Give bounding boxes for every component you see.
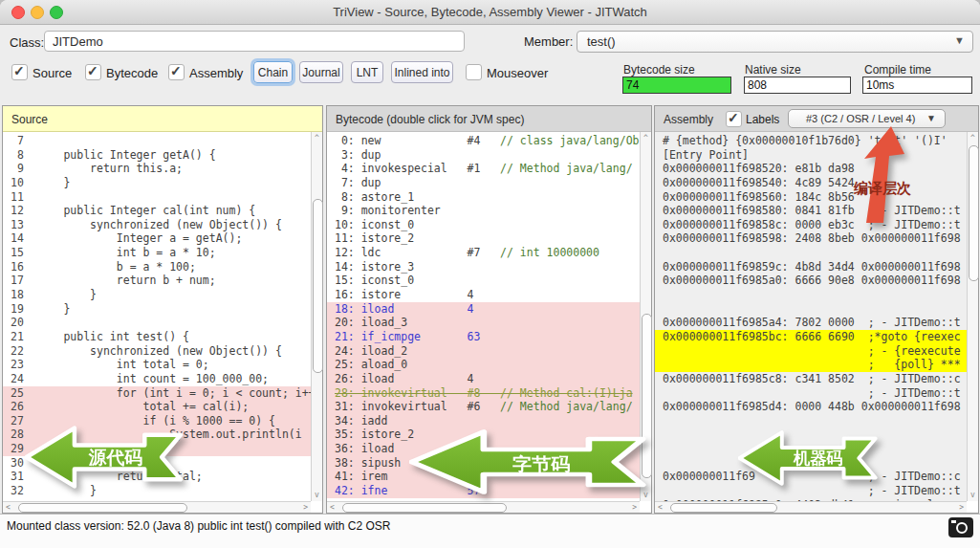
assembly-line[interactable]: 0x000000011f6985bc: 6666 6690 ;*goto {re… <box>655 330 967 344</box>
assembly-arrow-label: 机器码 <box>793 449 843 468</box>
journal-button[interactable]: Journal <box>299 61 343 83</box>
member-dropdown[interactable]: test() ▼ <box>577 31 973 53</box>
bytecode-panel-title: Bytecode (double click for JVM spec) <box>327 106 651 132</box>
bytecode-line[interactable]: 15: iconst_0 <box>327 274 640 288</box>
assembly-line[interactable]: ; {poll} *** <box>655 358 967 372</box>
bytecode-checkbox[interactable] <box>85 64 101 80</box>
bytecode-line[interactable]: 18: iload 4 <box>327 302 640 317</box>
assembly-line[interactable] <box>655 288 967 302</box>
bytecode-line[interactable]: 20: iload_3 <box>327 316 640 330</box>
bytecode-size-label: Bytecode size <box>623 63 695 77</box>
scroll-right-icon[interactable]: > <box>632 504 637 512</box>
bytecode-line[interactable]: 24: iload_2 <box>327 344 640 359</box>
source-line[interactable]: 16 b = a * 100; <box>3 260 311 274</box>
scrollbar-thumb[interactable] <box>18 503 187 513</box>
assembly-line[interactable]: ; - JITDemo::t <box>655 386 967 401</box>
source-line[interactable]: 19 } <box>3 302 311 317</box>
assembly-line[interactable]: ; - {reexecute <box>655 344 967 359</box>
assembly-line[interactable]: 0x000000011f698560: 184c 8b56 <box>655 190 967 205</box>
assembly-line[interactable]: [Entry Point] <box>655 148 967 163</box>
bytecode-line[interactable]: 12: ldc #7 // int 10000000 <box>327 246 640 260</box>
assembly-vertical-scrollbar[interactable]: ^ v <box>967 132 978 501</box>
scroll-down-icon[interactable]: v <box>315 492 319 499</box>
assembly-panel-title: Assembly <box>664 113 713 126</box>
labels-checkbox[interactable] <box>726 111 742 127</box>
source-line[interactable]: 23 int total = 0; <box>3 358 311 372</box>
mouseover-checkbox[interactable] <box>466 64 482 80</box>
source-line[interactable]: 10 } <box>3 176 311 190</box>
source-line[interactable]: 22 synchronized (new Object()) { <box>3 344 311 359</box>
scroll-right-icon[interactable]: > <box>303 504 308 512</box>
source-horizontal-scrollbar[interactable]: < > <box>3 501 311 513</box>
source-line[interactable]: 15 int b = a * 10; <box>3 246 311 260</box>
labels-checkbox-label: Labels <box>746 113 779 126</box>
lnt-button[interactable]: LNT <box>351 61 383 83</box>
class-input[interactable] <box>44 31 465 52</box>
source-line[interactable]: 18 } <box>3 288 311 302</box>
bytecode-line[interactable]: 28: invokevirtual #8 // Method cal:(I)Lj… <box>327 386 640 401</box>
source-line[interactable]: 12 public Integer cal(int num) { <box>3 204 311 218</box>
bytecode-line[interactable]: 8: astore_1 <box>327 190 640 205</box>
chain-button[interactable]: Chain <box>253 61 293 83</box>
scroll-up-icon[interactable]: ^ <box>643 135 648 142</box>
assembly-line[interactable]: 0x000000011f6985a4: 7802 0000 ; - JITDem… <box>655 316 967 330</box>
source-line[interactable]: 17 return b + num; <box>3 274 311 288</box>
source-line[interactable]: 21 public int test() { <box>3 330 311 344</box>
assembly-checkbox[interactable] <box>168 64 185 80</box>
bytecode-line[interactable]: 16: istore 4 <box>327 288 640 302</box>
assembly-line[interactable]: 0x000000011f698598: 2408 8beb 0x00000001… <box>655 231 967 246</box>
source-line[interactable]: 14 Integer a = getA(); <box>3 231 311 246</box>
source-line[interactable]: 26 total += cal(i); <box>3 400 311 414</box>
source-line[interactable]: 13 synchronized (new Object()) { <box>3 218 311 232</box>
bytecode-line[interactable]: 14: istore_3 <box>327 260 640 274</box>
source-line[interactable]: 11 <box>3 190 311 205</box>
bytecode-horizontal-scrollbar[interactable]: < > <box>327 501 640 513</box>
bytecode-line[interactable]: 26: iload 4 <box>327 372 640 386</box>
assembly-line[interactable] <box>655 246 967 260</box>
scroll-right-icon[interactable]: > <box>959 504 964 512</box>
bytecode-line[interactable]: 25: aload_0 <box>327 358 640 372</box>
scroll-left-icon[interactable]: < <box>658 504 663 512</box>
bytecode-line[interactable]: 21: if_icmpge 63 <box>327 330 640 344</box>
bytecode-line[interactable]: 10: iconst_0 <box>327 218 640 232</box>
scrollbar-thumb[interactable] <box>670 503 777 513</box>
source-line[interactable]: 8 public Integer getA() { <box>3 148 311 163</box>
source-vertical-scrollbar[interactable]: ^ v <box>311 132 322 501</box>
source-line[interactable]: 25 for (int i = 0; i < count; i++) { <box>3 386 311 401</box>
bytecode-line[interactable]: 4: invokespecial #1 // Method java/lang/ <box>327 162 640 176</box>
scrollbar-thumb[interactable] <box>342 503 507 513</box>
assembly-horizontal-scrollbar[interactable]: < > <box>655 501 967 513</box>
assembly-line[interactable]: 0x000000011f698540: 4c89 5424 <box>655 176 967 190</box>
assembly-line[interactable]: 0x000000011f6985c8: c341 8502 ; - JITDem… <box>655 372 967 386</box>
scroll-down-icon[interactable]: v <box>970 492 975 499</box>
scrollbar-thumb[interactable] <box>313 199 323 373</box>
bytecode-line[interactable]: 3: dup <box>327 148 640 163</box>
status-bar: Mounted class version: 52.0 (Java 8) pub… <box>0 514 980 548</box>
assembly-line[interactable] <box>655 302 967 317</box>
source-line[interactable]: 24 int count = 100_000_00; <box>3 372 311 386</box>
scroll-up-icon[interactable]: ^ <box>315 135 319 142</box>
assembly-line[interactable]: 0x000000011f69859c: 4b8d 34d4 0x00000001… <box>655 260 967 274</box>
source-line[interactable]: 7 <box>3 134 311 148</box>
scrollbar-thumb[interactable] <box>969 145 979 281</box>
assembly-line[interactable]: # {method} {0x00000010f1b76d0} 'test' '(… <box>655 134 967 148</box>
bytecode-line[interactable]: 7: dup <box>327 176 640 190</box>
bytecode-line[interactable]: 0: new #4 // class java/lang/Obj <box>327 134 640 148</box>
inlined-into-button[interactable]: Inlined into <box>391 61 453 83</box>
assembly-line[interactable]: 0x000000011f698520: e81b da98 <box>655 162 967 176</box>
assembly-line[interactable]: 0x000000011f6985d4: 0000 448b 0x00000001… <box>655 400 967 414</box>
bytecode-size-value: 74 <box>622 77 731 94</box>
source-line[interactable]: 9 return this.a; <box>3 162 311 176</box>
bytecode-line[interactable]: 31: invokevirtual #6 // Method java/lang… <box>327 400 640 414</box>
assembly-line[interactable]: 0x000000011f698580: 0841 81fb ; - JITDem… <box>655 204 967 218</box>
scroll-left-icon[interactable]: < <box>6 504 11 512</box>
bytecode-line[interactable]: 9: monitorenter <box>327 204 640 218</box>
bytecode-line[interactable]: 11: istore_2 <box>327 231 640 246</box>
source-checkbox[interactable] <box>11 64 28 80</box>
scroll-up-icon[interactable]: ^ <box>970 135 975 142</box>
source-line[interactable]: 20 <box>3 316 311 330</box>
assembly-line[interactable]: 0x000000011f6985a0: 6666 90e8 0x00000001… <box>655 274 967 288</box>
camera-icon[interactable] <box>948 517 973 537</box>
scroll-left-icon[interactable]: < <box>330 504 335 512</box>
assembly-line[interactable]: 0x000000011f69858c: 0000 eb3c ; - JITDem… <box>655 218 967 232</box>
